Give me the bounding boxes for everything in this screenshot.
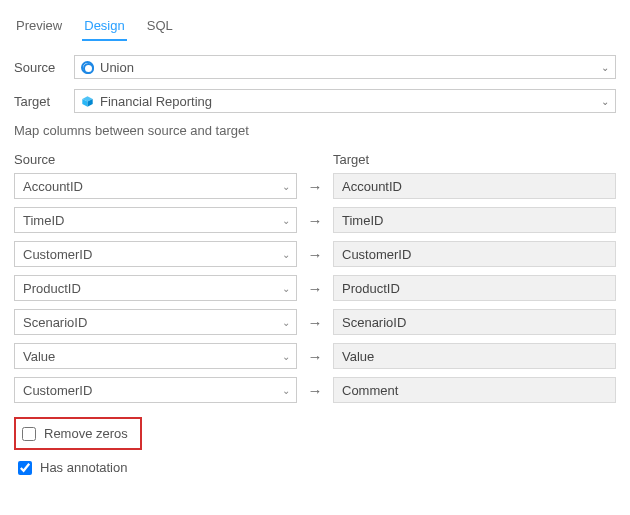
tab-sql[interactable]: SQL [145, 14, 175, 41]
options-area: Remove zeros Has annotation [14, 417, 616, 479]
source-row: Source Union ⌄ [14, 55, 616, 79]
target-select-value: Financial Reporting [100, 94, 212, 109]
arrow-right-icon: → [297, 348, 333, 365]
mapping-row: CustomerID ⌄ → CustomerID [14, 241, 616, 267]
source-label: Source [14, 60, 66, 75]
tab-preview[interactable]: Preview [14, 14, 64, 41]
target-column-readonly: CustomerID [333, 241, 616, 267]
target-label: Target [14, 94, 66, 109]
arrow-right-icon: → [297, 178, 333, 195]
chevron-down-icon: ⌄ [282, 351, 290, 362]
tab-bar: Preview Design SQL [14, 8, 616, 41]
target-row: Target Financial Reporting ⌄ [14, 89, 616, 113]
remove-zeros-checkbox[interactable] [22, 427, 36, 441]
source-column-select[interactable]: AccountID ⌄ [14, 173, 297, 199]
source-column-value: AccountID [23, 179, 83, 194]
mapping-row: ScenarioID ⌄ → ScenarioID [14, 309, 616, 335]
mapping-row: CustomerID ⌄ → Comment [14, 377, 616, 403]
source-column-value: ScenarioID [23, 315, 87, 330]
source-column-value: Value [23, 349, 55, 364]
source-column-value: TimeID [23, 213, 64, 228]
mapping-row: Value ⌄ → Value [14, 343, 616, 369]
source-column-select[interactable]: CustomerID ⌄ [14, 377, 297, 403]
source-column-select[interactable]: Value ⌄ [14, 343, 297, 369]
source-column-select[interactable]: TimeID ⌄ [14, 207, 297, 233]
tab-design[interactable]: Design [82, 14, 126, 41]
arrow-right-icon: → [297, 314, 333, 331]
target-column-readonly: AccountID [333, 173, 616, 199]
target-column-readonly: Comment [333, 377, 616, 403]
source-column-value: ProductID [23, 281, 81, 296]
target-column-readonly: Value [333, 343, 616, 369]
arrow-right-icon: → [297, 382, 333, 399]
chevron-down-icon: ⌄ [282, 283, 290, 294]
target-column-readonly: ProductID [333, 275, 616, 301]
mapping-header: Source Target [14, 152, 616, 167]
source-column-value: CustomerID [23, 383, 92, 398]
source-column-header: Source [14, 152, 297, 167]
has-annotation-label: Has annotation [40, 460, 127, 475]
remove-zeros-option[interactable]: Remove zeros [18, 422, 132, 445]
chevron-down-icon: ⌄ [282, 181, 290, 192]
source-select-value: Union [100, 60, 134, 75]
arrow-right-icon: → [297, 280, 333, 297]
mapping-instruction: Map columns between source and target [14, 123, 616, 138]
chevron-down-icon: ⌄ [282, 385, 290, 396]
chevron-down-icon: ⌄ [601, 62, 609, 73]
target-select[interactable]: Financial Reporting ⌄ [74, 89, 616, 113]
arrow-right-icon: → [297, 212, 333, 229]
union-icon [81, 61, 94, 74]
target-column-header: Target [333, 152, 616, 167]
has-annotation-option[interactable]: Has annotation [14, 456, 616, 479]
has-annotation-checkbox[interactable] [18, 461, 32, 475]
chevron-down-icon: ⌄ [282, 249, 290, 260]
target-column-readonly: ScenarioID [333, 309, 616, 335]
source-select[interactable]: Union ⌄ [74, 55, 616, 79]
chevron-down-icon: ⌄ [282, 215, 290, 226]
arrow-right-icon: → [297, 246, 333, 263]
source-column-select[interactable]: ScenarioID ⌄ [14, 309, 297, 335]
target-column-readonly: TimeID [333, 207, 616, 233]
source-column-select[interactable]: ProductID ⌄ [14, 275, 297, 301]
mapping-row: TimeID ⌄ → TimeID [14, 207, 616, 233]
mapping-row: AccountID ⌄ → AccountID [14, 173, 616, 199]
mapping-row: ProductID ⌄ → ProductID [14, 275, 616, 301]
source-column-select[interactable]: CustomerID ⌄ [14, 241, 297, 267]
cube-icon [81, 95, 94, 108]
highlight-remove-zeros: Remove zeros [14, 417, 142, 450]
chevron-down-icon: ⌄ [601, 96, 609, 107]
source-column-value: CustomerID [23, 247, 92, 262]
chevron-down-icon: ⌄ [282, 317, 290, 328]
remove-zeros-label: Remove zeros [44, 426, 128, 441]
